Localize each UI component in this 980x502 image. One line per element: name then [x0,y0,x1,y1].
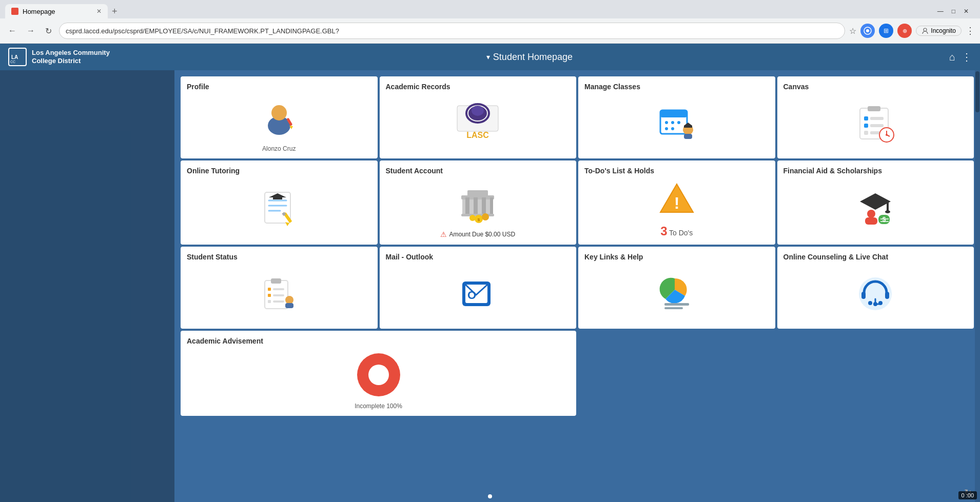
tile-financial-aid[interactable]: Financial Aid & Scholarships $ [777,160,974,245]
svg-point-89 [868,301,872,305]
notifications-badge[interactable]: ⊕ [897,24,912,38]
svg-rect-85 [664,307,683,309]
tile-canvas[interactable]: Canvas [777,76,974,158]
svg-rect-73 [273,288,284,290]
tile-manage-classes-icon-area [584,95,769,152]
minimize-button[interactable]: — [937,8,944,15]
svg-rect-87 [861,292,866,299]
tab-bar: Homepage ✕ + — □ ✕ [0,0,980,18]
more-options-icon[interactable]: ⋮ [966,25,975,36]
amount-warning-icon: ⚠ [440,230,447,238]
bookmarks-icon[interactable]: ⊞ [879,24,893,38]
close-button[interactable]: ✕ [964,8,969,15]
svg-rect-23 [684,134,692,139]
tile-online-tutoring-icon-area [187,179,371,238]
profile-icon [259,97,300,138]
amount-due-label: Amount Due $0.00 USD [449,231,515,238]
tile-key-links[interactable]: Key Links & Help [578,247,775,329]
tile-student-account-icon-area: $ [386,179,571,226]
svg-rect-24 [684,126,692,128]
tile-todo-count-area: 3 To Do's [584,224,769,238]
bookmark-star-icon[interactable]: ☆ [849,26,856,36]
tile-student-account[interactable]: Student Account [380,160,577,245]
new-tab-button[interactable]: + [108,6,122,17]
tab-close-button[interactable]: ✕ [96,8,102,15]
svg-text:$: $ [883,216,886,223]
tile-academic-records[interactable]: Academic Records LASC [380,76,577,158]
svg-point-2 [924,28,927,31]
manage-classes-icon [656,103,697,144]
svg-rect-65 [865,217,877,225]
header-right: ⌂ ⋮ [949,51,972,63]
svg-point-78 [285,296,293,304]
address-bar[interactable]: csprd.laccd.edu/psc/csprd/EMPLOYEE/SA/c/… [59,23,845,39]
tiles-grid: Profile Alonzo Cruz Academic Re [181,76,974,416]
tile-online-counseling-icon-area [783,265,968,323]
scrollbar-track[interactable] [975,70,980,502]
back-button[interactable]: ← [5,24,19,37]
scrollbar-thumb[interactable] [975,71,979,112]
tile-student-status[interactable]: Student Status [181,247,378,329]
svg-rect-71 [271,278,281,284]
student-account-icon: $ [457,182,498,223]
svg-text:CC: CC [10,60,15,64]
tile-todo-list[interactable]: To-Do's List & Holds ! 3 To Do's [578,160,775,245]
svg-rect-50 [465,197,469,215]
svg-point-63 [885,210,890,213]
home-button[interactable]: ⌂ [949,51,955,63]
online-tutoring-icon [259,188,300,229]
tile-profile[interactable]: Profile Alonzo Cruz [181,76,378,158]
svg-marker-61 [860,193,891,210]
tile-todo-icon-area: ! [584,179,769,220]
tile-academic-records-title: Academic Records [386,83,571,91]
student-status-icon [259,273,300,314]
tile-student-account-amount: ⚠ Amount Due $0.00 USD [386,230,571,238]
mail-outlook-icon: O [457,273,498,314]
incognito-button[interactable]: Incognito [916,26,962,36]
tile-online-tutoring-title: Online Tutoring [187,167,371,175]
svg-rect-79 [285,303,293,308]
svg-point-21 [671,127,674,130]
tile-online-tutoring[interactable]: Online Tutoring [181,160,378,245]
header-menu-button[interactable]: ⋮ [962,51,972,63]
svg-rect-31 [870,124,884,127]
refresh-button[interactable]: ↻ [42,24,55,38]
tile-mail-outlook[interactable]: Mail - Outlook O [380,247,577,329]
svg-rect-49 [467,190,488,196]
active-tab[interactable]: Homepage ✕ [5,4,108,18]
svg-point-7 [271,105,287,121]
svg-rect-84 [664,303,689,306]
svg-point-12 [472,106,484,116]
svg-point-93 [368,365,389,385]
title-arrow-icon: ▾ [486,53,490,61]
page-title: ▾ Student Homepage [486,52,573,63]
maximize-button[interactable]: □ [952,8,955,15]
tile-academic-advisement[interactable]: Academic Advisement Incomplete 100% [181,331,576,416]
svg-rect-16 [660,110,687,117]
address-url: csprd.laccd.edu/psc/csprd/EMPLOYEE/SA/c/… [66,27,339,35]
todo-dos-label: To Do's [669,229,693,237]
chrome-icon[interactable] [860,24,875,38]
svg-text:O: O [467,289,476,302]
logo-box: LA CC [8,48,27,66]
tile-manage-classes[interactable]: Manage Classes [578,76,775,158]
forward-button[interactable]: → [24,24,38,37]
nav-icons: ⊞ ⊕ Incognito ⋮ [860,24,975,38]
svg-rect-88 [885,292,889,299]
tile-mail-outlook-icon-area: O [386,265,571,323]
svg-rect-29 [870,117,884,120]
svg-text:!: ! [674,194,679,212]
financial-aid-icon: $ [855,188,896,229]
tile-academic-advisement-icon-area [187,349,570,400]
tile-online-counseling-title: Online Counseling & Live Chat [783,253,968,261]
svg-rect-77 [273,300,284,303]
tiles-area: Profile Alonzo Cruz Academic Re [174,70,980,502]
canvas-icon [855,103,896,144]
page-indicator-dot [488,494,492,498]
tile-profile-subtitle: Alonzo Cruz [187,145,371,152]
sidebar [0,70,174,502]
tab-label: Homepage [23,8,55,15]
tile-key-links-title: Key Links & Help [584,253,769,261]
svg-point-90 [873,302,877,306]
tile-online-counseling[interactable]: Online Counseling & Live Chat [777,247,974,329]
